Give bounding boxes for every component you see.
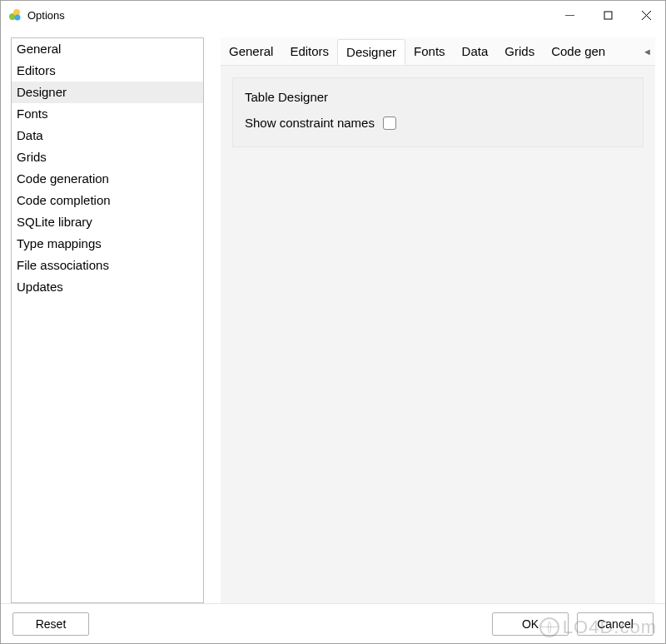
sidebar-item-editors[interactable]: Editors	[12, 60, 203, 82]
window-controls	[550, 1, 665, 29]
minimize-button[interactable]	[550, 1, 589, 29]
svg-point-2	[15, 15, 21, 21]
reset-button[interactable]: Reset	[12, 612, 89, 636]
cancel-button[interactable]: Cancel	[577, 612, 654, 636]
show-constraint-names-row: Show constraint names	[245, 116, 631, 130]
tab-scroll-left-icon[interactable]: ◄	[639, 47, 655, 57]
table-designer-group: Table Designer Show constraint names	[232, 77, 644, 147]
sidebar-item-sqlite-library[interactable]: SQLite library	[12, 211, 203, 233]
close-button[interactable]	[627, 1, 665, 29]
window-title: Options	[27, 9, 65, 22]
sidebar-item-designer[interactable]: Designer	[12, 82, 203, 103]
footer: Reset OK Cancel	[1, 603, 665, 643]
tab-editors[interactable]: Editors	[281, 39, 337, 63]
maximize-button[interactable]	[589, 1, 627, 29]
sidebar-item-data[interactable]: Data	[12, 125, 203, 146]
sidebar-item-grids[interactable]: Grids	[12, 146, 203, 168]
tabs-bar: GeneralEditorsDesignerFontsDataGridsCode…	[221, 37, 655, 66]
sidebar-item-type-mappings[interactable]: Type mappings	[12, 233, 203, 255]
show-constraint-names-label: Show constraint names	[245, 116, 375, 130]
sidebar-item-updates[interactable]: Updates	[12, 276, 203, 298]
category-sidebar: GeneralEditorsDesignerFontsDataGridsCode…	[11, 37, 204, 603]
tab-data[interactable]: Data	[454, 39, 497, 63]
titlebar: Options	[1, 1, 665, 29]
sidebar-item-code-generation[interactable]: Code generation	[12, 168, 203, 190]
sidebar-item-general[interactable]: General	[12, 38, 203, 60]
tab-general[interactable]: General	[221, 39, 281, 63]
show-constraint-names-checkbox[interactable]	[383, 116, 396, 130]
tab-fonts[interactable]: Fonts	[405, 39, 454, 63]
options-window: Options GeneralEditorsDesignerFontsDataG…	[0, 0, 666, 644]
designer-panel: Table Designer Show constraint names	[221, 66, 655, 603]
sidebar-item-fonts[interactable]: Fonts	[12, 103, 203, 125]
content-area: GeneralEditorsDesignerFontsDataGridsCode…	[221, 37, 655, 603]
group-title: Table Designer	[245, 90, 631, 104]
svg-rect-4	[604, 12, 612, 19]
sidebar-item-code-completion[interactable]: Code completion	[12, 190, 203, 211]
tab-designer[interactable]: Designer	[337, 39, 405, 65]
sidebar-item-file-associations[interactable]: File associations	[12, 255, 203, 276]
tab-grids[interactable]: Grids	[496, 39, 543, 63]
tab-code-gen[interactable]: Code gen	[543, 39, 614, 63]
window-body: GeneralEditorsDesignerFontsDataGridsCode…	[1, 29, 665, 603]
app-icon	[7, 7, 22, 22]
ok-button[interactable]: OK	[492, 612, 569, 636]
